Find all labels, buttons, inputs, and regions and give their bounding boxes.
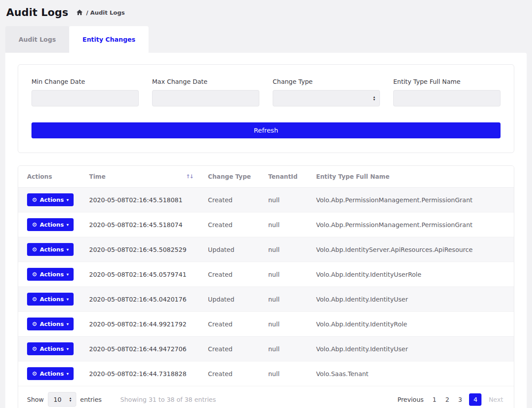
row-entity-type: Volo.Abp.Identity.IdentityUser [312,337,514,361]
row-time: 2020-05-08T02:16:45.518074 [85,212,203,237]
header-time[interactable]: Time ↑↓ [85,166,203,188]
row-actions-button[interactable]: ⚙Actions▾ [27,367,74,380]
tab-content: Min Change Date Max Change Date Change T… [5,53,527,408]
row-tenant-id: null [264,337,312,361]
header-entity-type-full-name: Entity Type Full Name [312,166,514,188]
cell-actions: ⚙Actions▾ [18,212,85,237]
table-body: ⚙Actions▾2020-05-08T02:16:45.518081Creat… [18,188,514,386]
row-time: 2020-05-08T02:16:44.9472706 [85,337,203,361]
max-change-date-label: Max Change Date [152,78,259,85]
cell-actions: ⚙Actions▾ [18,287,85,312]
row-actions-label: Actions [40,221,64,228]
gear-icon: ⚙ [32,370,37,377]
field-min-change-date: Min Change Date [31,78,139,106]
page-size-group: Show 10 ▴▾ entries [27,392,102,407]
caret-down-icon: ▾ [66,297,69,302]
row-tenant-id: null [264,212,312,237]
breadcrumb-path[interactable]: / Audit Logs [86,9,125,16]
pagination-page-2[interactable]: 2 [444,395,451,404]
field-change-type: Change Type ▴▾ [273,78,380,106]
caret-down-icon: ▾ [66,247,69,252]
refresh-button[interactable]: Refresh [31,122,501,138]
row-entity-type: Volo.Abp.Identity.IdentityUserRole [312,262,514,287]
row-actions-button[interactable]: ⚙Actions▾ [27,318,74,330]
row-time: 2020-05-08T02:16:45.0420176 [85,287,203,312]
row-actions-label: Actions [40,246,64,253]
row-actions-label: Actions [40,296,64,302]
entity-changes-table: Actions Time ↑↓ Change Type TenantId Ent… [18,166,514,386]
row-time: 2020-05-08T02:16:45.518081 [85,188,203,212]
change-type-label: Change Type [273,78,380,85]
gear-icon: ⚙ [32,296,37,302]
pagination-page-1[interactable]: 1 [431,395,438,404]
row-time: 2020-05-08T02:16:45.0579741 [85,262,203,287]
breadcrumb: / Audit Logs [76,9,125,16]
pagination-previous[interactable]: Previous [395,395,425,404]
row-actions-button[interactable]: ⚙Actions▾ [27,218,74,231]
row-actions-label: Actions [40,370,64,377]
max-change-date-input[interactable] [152,90,259,106]
table-row: ⚙Actions▾2020-05-08T02:16:45.518081Creat… [18,188,514,212]
show-label: Show [27,396,44,403]
row-entity-type: Volo.Abp.IdentityServer.ApiResources.Api… [312,237,514,262]
page-size-select[interactable]: 10 [48,392,76,407]
min-change-date-input[interactable] [31,90,139,106]
row-actions-button[interactable]: ⚙Actions▾ [27,243,74,256]
row-time: 2020-05-08T02:16:44.9921792 [85,312,203,337]
row-change-type: Updated [203,287,264,312]
row-change-type: Updated [203,237,264,262]
table-row: ⚙Actions▾2020-05-08T02:16:45.0420176Upda… [18,287,514,312]
pagination-page-4[interactable]: 4 [469,393,481,406]
pagination-page-3[interactable]: 3 [456,395,464,404]
row-actions-label: Actions [40,345,64,352]
caret-down-icon: ▾ [66,371,69,376]
tab-entity-changes[interactable]: Entity Changes [69,26,149,53]
cell-actions: ⚙Actions▾ [18,188,85,212]
entity-type-full-name-input[interactable] [393,90,501,106]
home-icon[interactable] [76,9,83,16]
cell-actions: ⚙Actions▾ [18,361,85,386]
cell-actions: ⚙Actions▾ [18,337,85,361]
row-change-type: Created [203,262,264,287]
row-tenant-id: null [264,361,312,386]
row-entity-type: Volo.Abp.Identity.IdentityRole [312,312,514,337]
row-time: 2020-05-08T02:16:44.7318828 [85,361,203,386]
row-actions-button[interactable]: ⚙Actions▾ [27,293,74,306]
caret-down-icon: ▾ [66,346,69,351]
entity-changes-table-card: Actions Time ↑↓ Change Type TenantId Ent… [18,165,514,408]
table-row: ⚙Actions▾2020-05-08T02:16:44.7318828Crea… [18,361,514,386]
caret-down-icon: ▾ [66,322,69,326]
row-change-type: Created [203,337,264,361]
header-tenant-id: TenantId [264,166,312,188]
table-row: ⚙Actions▾2020-05-08T02:16:45.5082529Upda… [18,237,514,262]
row-change-type: Created [203,361,264,386]
change-type-select[interactable] [273,90,380,106]
table-row: ⚙Actions▾2020-05-08T02:16:44.9921792Crea… [18,312,514,337]
row-tenant-id: null [264,312,312,337]
caret-down-icon: ▾ [66,197,69,202]
entries-label: entries [80,396,102,403]
header-change-type: Change Type [203,166,264,188]
row-actions-button[interactable]: ⚙Actions▾ [27,268,74,281]
pagination-next[interactable]: Next [487,395,505,404]
row-tenant-id: null [264,262,312,287]
row-entity-type: Volo.Abp.Identity.IdentityUser [312,287,514,312]
gear-icon: ⚙ [32,221,37,228]
showing-entries-text: Showing 31 to 38 of 38 entries [120,396,216,403]
page-header: Audit Logs / Audit Logs [0,0,532,24]
table-row: ⚙Actions▾2020-05-08T02:16:45.0579741Crea… [18,262,514,287]
tab-audit-logs[interactable]: Audit Logs [5,26,69,53]
row-actions-button[interactable]: ⚙Actions▾ [27,193,74,206]
filter-panel: Min Change Date Max Change Date Change T… [18,64,514,153]
min-change-date-label: Min Change Date [31,78,139,85]
sort-icon[interactable]: ↑↓ [186,173,193,180]
row-tenant-id: null [264,287,312,312]
row-tenant-id: null [264,237,312,262]
row-change-type: Created [203,212,264,237]
row-actions-button[interactable]: ⚙Actions▾ [27,342,74,355]
header-actions: Actions [18,166,85,188]
cell-actions: ⚙Actions▾ [18,312,85,337]
pagination: Previous1234Next [395,393,505,406]
tab-bar: Audit Logs Entity Changes [5,26,527,53]
entity-type-full-name-label: Entity Type Full Name [393,78,501,85]
